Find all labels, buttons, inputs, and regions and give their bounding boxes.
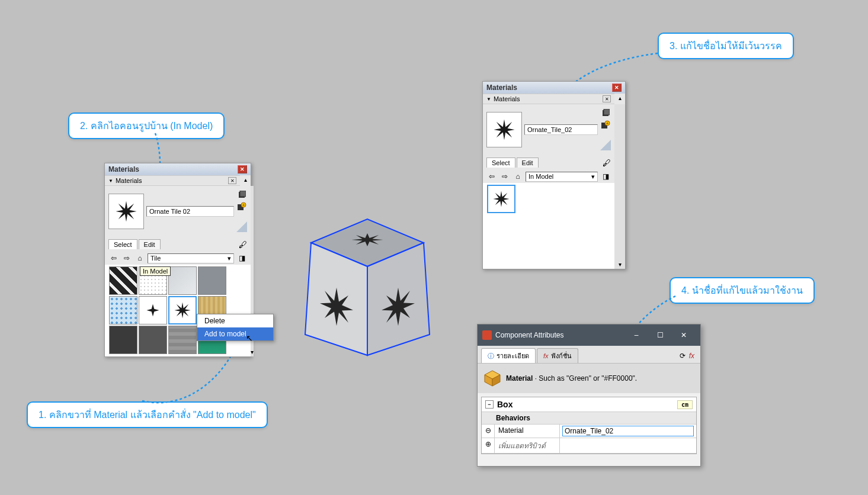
material-preview[interactable] [486, 112, 522, 147]
fold-icon[interactable] [236, 221, 247, 232]
library-dropdown[interactable]: Tile▾ [148, 253, 234, 263]
refresh-icon[interactable]: ⟳ [680, 352, 686, 360]
eyedropper-icon[interactable]: 🖋 [603, 158, 611, 168]
nav-row: ⇦ ⇨ ⌂ Tile▾ ◨ [105, 252, 251, 265]
callout-4: 4. นำชื่อที่แก้ไขแล้วมาใช้งาน [670, 277, 815, 304]
nav-forward-icon[interactable]: ⇨ [499, 171, 510, 182]
swatch-tile[interactable] [109, 296, 137, 324]
attr-row-material: ⊖ Material [482, 425, 696, 438]
collapse-icon: ▼ [486, 97, 491, 102]
minimize-icon[interactable]: ✕ [228, 177, 236, 184]
attr-section: Behaviors [482, 412, 696, 425]
svg-rect-10 [604, 109, 610, 115]
material-cube-icon [483, 369, 501, 387]
tab-edit[interactable]: Edit [517, 158, 539, 168]
minimize-icon[interactable]: ✕ [603, 95, 611, 102]
panel-body: + [105, 186, 251, 237]
tab-select[interactable]: Select [486, 158, 515, 168]
material-name-field[interactable] [146, 206, 234, 217]
comp-tabs: ⓘรายละเอียด fxฟังก์ชั่น ⟳ fx [478, 346, 700, 364]
menu-delete[interactable]: Delete [197, 314, 273, 327]
collapse-icon: ▼ [108, 178, 113, 184]
swatch-tile[interactable] [168, 266, 197, 295]
panel-titlebar[interactable]: Materials ✕ [105, 163, 251, 175]
tab-select[interactable]: Select [108, 239, 137, 249]
sample-icon[interactable] [236, 189, 247, 200]
swatch-in-model[interactable] [487, 185, 515, 213]
maximize-icon[interactable]: ☐ [648, 328, 672, 342]
fx-icon: fx [543, 352, 549, 359]
attr-row-add[interactable]: ⊕ เพิ่มแอตทริบิวต์ [482, 438, 696, 454]
side-icons: + [236, 189, 247, 233]
create-material-icon[interactable]: + [600, 120, 611, 130]
comp-title-text: Component Attributes [495, 331, 624, 339]
component-attributes-panel: Component Attributes – ☐ ✕ ⓘรายละเอียด f… [477, 324, 701, 467]
material-preview[interactable] [108, 194, 144, 229]
remove-icon[interactable]: ⊖ [482, 425, 495, 438]
eyedropper-icon[interactable]: 🖋 [239, 240, 247, 249]
attr-table: − Box cm Behaviors ⊖ Material ⊕ เพิ่มแอต… [481, 397, 697, 454]
svg-text:+: + [606, 121, 608, 126]
swatch-tile[interactable] [109, 326, 137, 354]
attr-header[interactable]: − Box cm [482, 397, 696, 412]
svg-text:+: + [242, 203, 245, 207]
close-icon[interactable]: ✕ [238, 165, 247, 173]
comp-titlebar[interactable]: Component Attributes – ☐ ✕ [478, 324, 700, 346]
menu-add-to-model[interactable]: Add to model [197, 327, 273, 340]
panel-title: Materials [486, 83, 517, 92]
attr-name: Material [495, 425, 560, 438]
nav-forward-icon[interactable]: ⇨ [121, 253, 132, 263]
info-icon: ⓘ [488, 352, 494, 361]
svg-marker-5 [236, 221, 247, 232]
create-material-icon[interactable]: + [236, 201, 247, 212]
details-icon[interactable]: ◨ [600, 171, 611, 182]
close-icon[interactable]: ✕ [612, 83, 622, 92]
swatch-tile[interactable] [109, 266, 137, 295]
materials-panel-2: Materials ✕ ▼ Materials ✕ ▴ [482, 81, 626, 269]
callout-2: 2. คลิกไอคอนรูปบ้าน (In Model) [68, 112, 225, 139]
minimize-icon[interactable]: – [624, 328, 648, 342]
panel-titlebar[interactable]: Materials ✕ [483, 82, 625, 94]
swatch-area [105, 265, 251, 356]
fx-toggle-icon[interactable]: fx [689, 352, 694, 360]
tab-edit[interactable]: Edit [139, 239, 161, 249]
tab-details[interactable]: ⓘรายละเอียด [481, 348, 536, 363]
collapse-minus-icon[interactable]: − [485, 400, 494, 409]
swatch-tile[interactable] [168, 326, 197, 354]
home-icon[interactable]: ⌂ [513, 171, 523, 182]
svg-rect-1 [240, 191, 246, 197]
context-menu: Delete Add to model [197, 314, 274, 341]
scrollbar[interactable]: ▾ [614, 104, 625, 269]
preview-row: + [108, 189, 247, 233]
panel-subtitle[interactable]: ▼ Materials ✕ [105, 175, 240, 186]
callout-3: 3. แก้ไขชื่อไม่ให้มีเว้นวรรค [658, 33, 794, 59]
app-icon [482, 330, 492, 340]
in-model-tooltip: In Model [140, 266, 171, 276]
fold-icon[interactable] [600, 140, 611, 150]
nav-back-icon[interactable]: ⇦ [108, 253, 119, 263]
material-name-field[interactable] [524, 124, 598, 135]
nav-back-icon[interactable]: ⇦ [486, 171, 497, 182]
home-icon[interactable]: ⌂ [134, 253, 145, 263]
unit-badge[interactable]: cm [677, 400, 693, 409]
sample-icon[interactable] [600, 108, 611, 118]
panel-subtitle[interactable]: ▼ Materials ✕ [483, 94, 614, 104]
svg-marker-14 [600, 140, 611, 150]
swatch-ornate-2-selected[interactable] [168, 296, 197, 324]
library-dropdown[interactable]: In Model▾ [526, 172, 598, 182]
close-icon[interactable]: ✕ [672, 328, 696, 342]
preview-row: + [486, 108, 611, 152]
add-icon[interactable]: ⊕ [482, 438, 495, 453]
tabs-row: Select Edit 🖋 [105, 237, 251, 252]
chevron-down-icon: ▾ [591, 173, 595, 181]
tab-functions[interactable]: fxฟังก์ชั่น [537, 348, 578, 363]
swatch-ornate-1[interactable] [139, 296, 167, 324]
swatch-tile[interactable] [139, 326, 167, 354]
scroll-up-icon[interactable]: ▴ [614, 94, 625, 101]
panel-title: Materials [108, 165, 139, 173]
swatch-tile[interactable] [198, 266, 226, 295]
scroll-up-icon[interactable]: ▴ [240, 175, 251, 183]
textured-cube [290, 201, 438, 367]
attr-value-field[interactable] [562, 426, 694, 436]
details-icon[interactable]: ◨ [236, 253, 247, 263]
